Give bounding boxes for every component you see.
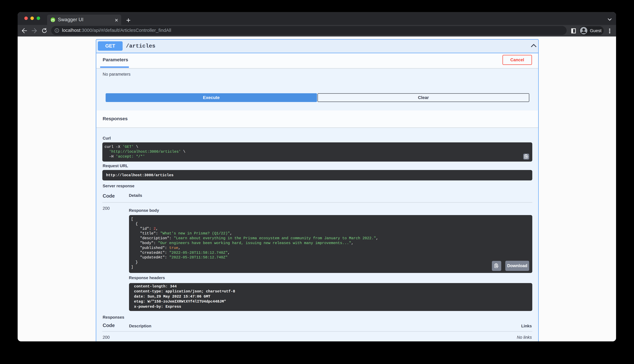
svg-text:{: { <box>51 18 52 22</box>
svg-text:}: } <box>53 18 54 22</box>
